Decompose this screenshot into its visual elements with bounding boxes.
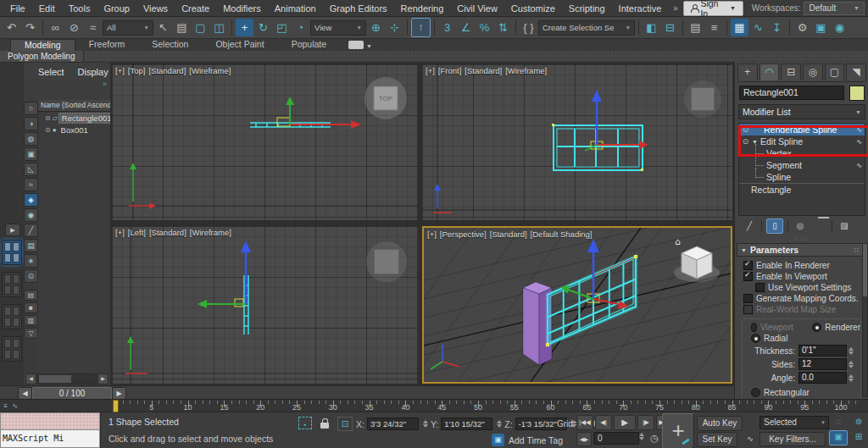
menu-item-group[interactable]: Group: [97, 2, 136, 15]
menu-item-create[interactable]: Create: [175, 2, 216, 15]
zoom-icon[interactable]: ◌: [829, 415, 848, 429]
menu-item-customize[interactable]: Customize: [504, 2, 562, 15]
checkbox-use-viewport-settings[interactable]: Use Viewport Settings: [737, 282, 863, 293]
bind-to-space-warp-icon[interactable]: ≈: [84, 19, 102, 36]
modifier-visibility-icon[interactable]: ⊙: [739, 137, 752, 146]
panel-scrollbar[interactable]: [862, 243, 868, 397]
explorer-menu-select[interactable]: Select: [32, 66, 70, 78]
select-and-place-icon[interactable]: ◔: [292, 19, 309, 36]
zoom-extents-all-icon[interactable]: ⊞: [849, 430, 868, 444]
selection-set-dropdown[interactable]: Selected ▼: [760, 416, 829, 429]
render-setup-icon[interactable]: ⚙: [793, 19, 811, 36]
make-unique-icon[interactable]: ◎: [793, 219, 808, 233]
selection-filter-dropdown[interactable]: All▼: [103, 20, 153, 36]
motion-tab[interactable]: ◎: [803, 64, 823, 80]
reference-coordinate-dropdown[interactable]: View▼: [310, 20, 366, 36]
menu-item-views[interactable]: Views: [136, 2, 175, 15]
key-filters-button[interactable]: Key Filters...: [760, 432, 826, 446]
modifier-visibility-icon[interactable]: ⊙: [739, 125, 752, 134]
vp-front-label-part[interactable]: [Front]: [438, 66, 461, 75]
layout-preset-3[interactable]: [2, 304, 22, 329]
spinner-sides[interactable]: [849, 361, 854, 368]
menu-item-civil-view[interactable]: Civil View: [450, 2, 504, 15]
scene-explorer-overflow[interactable]: »: [24, 80, 110, 88]
display-geometry-icon[interactable]: ◑: [24, 117, 38, 130]
display-groups-icon[interactable]: ◈: [24, 193, 38, 207]
zoom-extents-icon[interactable]: ▣: [829, 430, 848, 445]
pick-mode-icon[interactable]: ╱: [24, 224, 38, 237]
current-frame-field[interactable]: 0: [593, 432, 639, 445]
play-icon[interactable]: ▶: [614, 415, 636, 430]
vp-perspective-label-part[interactable]: [+]: [427, 230, 437, 239]
align-icon[interactable]: ⊟: [661, 19, 679, 36]
vp-left-label-part[interactable]: [+]: [115, 228, 125, 237]
layout-preset-4[interactable]: [2, 336, 22, 362]
menu-item-graph-editors[interactable]: Graph Editors: [323, 2, 394, 15]
next-frame-icon[interactable]: |▶: [637, 415, 654, 430]
configure-modifier-sets-icon[interactable]: ▨: [837, 219, 852, 233]
time-slider[interactable]: 0 / 100: [32, 387, 112, 400]
remove-modifier-icon[interactable]: [812, 219, 827, 233]
coord-field-y[interactable]: 1'10 15/32": [441, 418, 492, 430]
radio-viewport[interactable]: [751, 323, 757, 332]
field-angle[interactable]: 0.0: [798, 372, 847, 384]
display-helpers-icon[interactable]: ◺: [24, 163, 38, 176]
visibility-eye-icon[interactable]: ⊙: [45, 114, 51, 122]
previous-key-icon[interactable]: ◀: [18, 387, 32, 400]
menu-overflow-chevron[interactable]: »: [668, 3, 683, 13]
radio-renderer[interactable]: [812, 323, 821, 332]
modify-tab[interactable]: ◠: [760, 64, 780, 80]
select-and-manipulate-icon[interactable]: ⊹: [386, 19, 403, 36]
node-name[interactable]: Rectangle001: [59, 113, 114, 123]
menu-item-animation[interactable]: Animation: [268, 2, 323, 15]
select-and-scale-icon[interactable]: ◰: [273, 19, 291, 36]
vp-top-label-part[interactable]: [+]: [115, 66, 125, 75]
go-to-start-icon[interactable]: |◀◀: [576, 415, 593, 430]
pin-stack-icon[interactable]: ╱: [742, 219, 757, 233]
display-none-icon[interactable]: ○: [24, 102, 38, 115]
auto-key-button[interactable]: Auto Key: [697, 416, 743, 431]
layout-preset-quad-active[interactable]: [2, 240, 22, 265]
visibility-eye-icon[interactable]: ⊙: [45, 126, 51, 134]
display-materials-icon[interactable]: ▤: [24, 239, 38, 252]
modifier-list-dropdown[interactable]: Modifier List ▼: [738, 104, 865, 119]
utilities-tab[interactable]: ◥: [846, 64, 866, 80]
panel-splitter[interactable]: ⁙⁙⁙: [735, 236, 868, 242]
use-pivot-point-icon[interactable]: ⊕: [367, 19, 385, 36]
select-by-name-icon[interactable]: ▤: [173, 19, 191, 36]
percent-snap-icon[interactable]: %: [476, 19, 493, 36]
time-configuration-icon[interactable]: ◷: [648, 432, 661, 445]
toggle-layer-explorer-icon[interactable]: ≡: [705, 19, 723, 36]
radio-rectangular[interactable]: [751, 388, 760, 397]
listener-pane[interactable]: MAXScript Mi: [0, 430, 100, 448]
display-cameras-icon[interactable]: ▣: [24, 147, 38, 161]
next-key-icon[interactable]: ▶: [112, 387, 126, 400]
track-bar[interactable]: ≡ ∿ 510152025303540455055606570758085909…: [0, 399, 868, 412]
viewport-front[interactable]: [+][Front][Standard][Wireframe]: [422, 64, 732, 220]
absolute-mode-icon[interactable]: ⊡: [337, 417, 353, 431]
field-thickness[interactable]: 0'1": [798, 345, 847, 357]
key-tangent-icon[interactable]: ∿: [744, 433, 756, 445]
timeline-ruler[interactable]: 5101520253035404550556065707580859095100: [110, 400, 860, 412]
object-color-swatch[interactable]: [849, 86, 865, 101]
sign-in-button[interactable]: Sign In ▼: [683, 1, 743, 16]
ribbon-tab-freeform[interactable]: Freeform: [75, 39, 139, 51]
display-bones-icon[interactable]: ◉: [24, 208, 38, 222]
set-key-button[interactable]: Set Key: [697, 432, 737, 447]
menu-item-rendering[interactable]: Rendering: [394, 2, 451, 15]
window-crossing-icon[interactable]: ◫: [210, 19, 228, 36]
menu-item-scripting[interactable]: Scripting: [562, 2, 612, 15]
coord-field-x[interactable]: 3'3 24/32": [367, 418, 419, 430]
panel-scroll-thumb[interactable]: [863, 244, 867, 296]
menu-item-edit[interactable]: Edit: [32, 2, 62, 15]
select-and-link-icon[interactable]: ∞: [47, 19, 64, 36]
viewport-perspective[interactable]: [+][Perspective][Standard][Default Shadi…: [422, 226, 732, 384]
list-view-icon[interactable]: ▤: [24, 290, 38, 301]
snaps-toggle-icon[interactable]: 3: [438, 19, 456, 36]
display-xrefs-icon[interactable]: ∗: [24, 254, 38, 268]
previous-frame-icon[interactable]: ◀|: [595, 415, 612, 430]
ribbon-tab-modeling[interactable]: Modeling: [10, 39, 75, 51]
vp-left-label-part[interactable]: [Wireframe]: [190, 228, 231, 237]
rendered-frame-window-icon[interactable]: ▣: [812, 19, 830, 36]
render-production-icon[interactable]: ◉: [831, 19, 849, 36]
